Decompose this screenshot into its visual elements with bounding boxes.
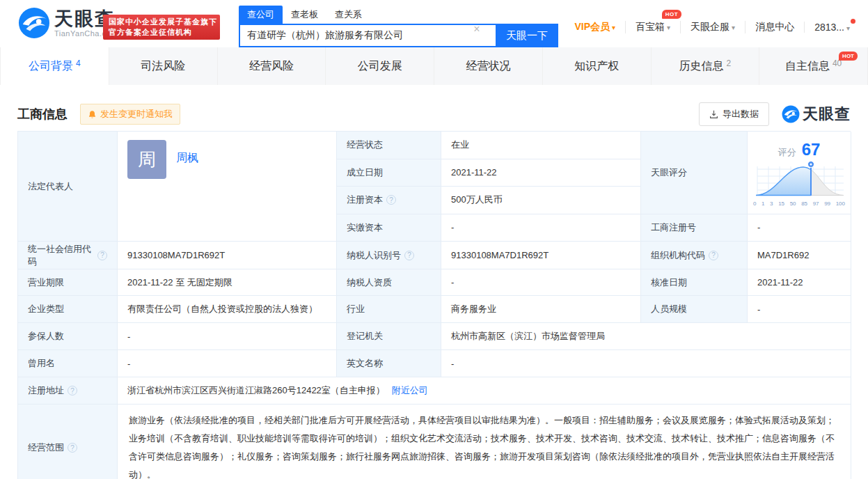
legal-rep-label: 法定代表人 xyxy=(18,132,118,242)
tianyan-score-cell[interactable]: 评分 67 0 xyxy=(748,132,851,214)
reg-number-value: - xyxy=(748,214,851,242)
search-input[interactable] xyxy=(239,24,496,47)
chevron-down-icon: ▾ xyxy=(667,24,670,31)
business-info-table: 法定代表人 周 周枫 经营状态 在业 天眼评分 评分 67 xyxy=(17,131,851,479)
top-menu: VIP会员▾ HOT百宝箱▾ 天眼企服▾ 消息中心 2813...▾ xyxy=(565,21,860,33)
legal-rep-name-link[interactable]: 周枫 xyxy=(176,151,198,166)
tab-company-development[interactable]: 公司发展 xyxy=(326,47,434,85)
top-bar: 天眼查 TianYanCha.com 国家中小企业发展子基金旗下 官方备案企业征… xyxy=(0,0,868,47)
taxpayer-qualification-label: 纳税人资质 xyxy=(337,269,441,296)
tab-operating-status[interactable]: 经营状况 xyxy=(434,47,543,85)
nearby-companies-link[interactable]: 附近公司 xyxy=(392,384,428,397)
cert-badge-line1: 国家中小企业发展子基金旗下 xyxy=(109,17,214,27)
tab-intellectual-property[interactable]: 知识产权 xyxy=(543,47,652,85)
credit-code-value: 91330108MA7D1R692T xyxy=(118,242,337,269)
hot-badge: HOT xyxy=(662,10,681,19)
tab-company-background[interactable]: 公司背景4 xyxy=(0,47,109,85)
company-nav-tabs: 公司背景4 司法风险 经营风险 公司发展 经营状况 知识产权 历史信息2 HOT… xyxy=(0,47,868,85)
search-tab-boss[interactable]: 查老板 xyxy=(283,6,326,24)
business-term-label: 营业期限 xyxy=(18,269,118,296)
menu-messages[interactable]: 消息中心 xyxy=(745,21,804,33)
industry-label: 行业 xyxy=(337,296,441,323)
search-tabs: 查公司 查老板 查关系 xyxy=(239,6,559,24)
export-data-button[interactable]: 导出数据 xyxy=(699,102,769,126)
legal-rep-cell: 周 周枫 xyxy=(118,132,337,242)
search-area: 查公司 查老板 查关系 天眼一下 xyxy=(239,6,559,47)
business-scope-label: 经营范围? xyxy=(18,405,118,479)
menu-qifu[interactable]: 天眼企服▾ xyxy=(680,21,745,33)
registration-authority-label: 登记机关 xyxy=(337,323,441,350)
org-code-label: 组织机构代码? xyxy=(641,242,748,269)
score-bell-curve-chart xyxy=(752,159,846,200)
former-name-label: 曾用名 xyxy=(18,350,118,377)
address-label: 注册地址? xyxy=(18,377,118,405)
company-type-label: 企业类型 xyxy=(18,296,118,323)
org-code-value: MA7D1R692 xyxy=(748,242,851,269)
registered-capital-label: 注册资本? xyxy=(337,187,441,214)
logo-swirl-icon xyxy=(18,7,50,39)
help-icon[interactable]: ? xyxy=(386,195,396,205)
approval-date-value: 2021-11-22 xyxy=(748,269,851,296)
english-name-label: 英文名称 xyxy=(337,350,441,377)
cert-badge-line2: 官方备案企业征信机构 xyxy=(109,27,214,38)
score-prefix: 评分 xyxy=(778,146,796,159)
reg-number-label: 工商注册号 xyxy=(641,214,748,242)
bell-icon xyxy=(88,110,97,119)
help-icon[interactable]: ? xyxy=(68,386,77,395)
insured-count-label: 参保人数 xyxy=(18,323,118,350)
chevron-down-icon: ▾ xyxy=(846,24,850,32)
search-tab-relation[interactable]: 查关系 xyxy=(326,6,370,24)
tianyancha-company-page: 天眼查 TianYanCha.com 国家中小企业发展子基金旗下 官方备案企业征… xyxy=(0,0,868,479)
help-icon[interactable]: ? xyxy=(97,251,107,260)
legal-rep-avatar[interactable]: 周 xyxy=(127,140,166,179)
menu-vip[interactable]: VIP会员▾ xyxy=(565,21,625,33)
approval-date-label: 核准日期 xyxy=(641,269,748,296)
insured-count-value: - xyxy=(118,323,337,350)
tianyan-score-label: 天眼评分 xyxy=(641,132,748,214)
section-title: 工商信息 xyxy=(17,106,68,123)
watermark-text: 天眼查 xyxy=(803,104,851,125)
tab-history-info[interactable]: 历史信息2 xyxy=(652,47,760,85)
download-icon xyxy=(709,110,718,119)
search-clear-icon[interactable]: × xyxy=(471,23,483,36)
menu-toolbox[interactable]: HOT百宝箱▾ xyxy=(625,21,680,33)
company-type-value: 有限责任公司（自然人投资或控股的法人独资） xyxy=(118,296,337,323)
business-term-value: 2021-11-22 至 无固定期限 xyxy=(118,269,337,296)
staff-size-value: - xyxy=(748,296,851,323)
chevron-down-icon: ▾ xyxy=(612,24,615,31)
menu-user[interactable]: 2813...▾ xyxy=(804,22,860,33)
score-value: 67 xyxy=(802,140,821,159)
operating-status-value: 在业 xyxy=(441,132,641,159)
notify-on-change-button[interactable]: 发生变更时通知我 xyxy=(80,104,180,125)
hot-badge: HOT xyxy=(839,52,858,61)
establish-date-value: 2021-11-22 xyxy=(441,159,641,187)
english-name-value: - xyxy=(441,350,851,377)
taxpayer-id-value: 91330108MA7D1R692T xyxy=(441,242,641,269)
tab-self-info[interactable]: HOT自主信息40 xyxy=(759,47,868,85)
former-name-value: - xyxy=(118,350,337,377)
score-axis-ticks: 0131550859799100 xyxy=(753,201,845,207)
registration-authority-value: 杭州市高新区（滨江）市场监督管理局 xyxy=(441,323,851,350)
section-header: 工商信息 发生变更时通知我 导出数据 天眼查 xyxy=(17,102,851,127)
help-icon[interactable]: ? xyxy=(68,443,77,453)
notification-dot xyxy=(851,19,855,24)
staff-size-label: 人员规模 xyxy=(641,296,748,323)
address-value: 浙江省杭州市滨江区西兴街道江淑路260号12422室（自主申报） 附近公司 xyxy=(118,377,851,405)
search-button[interactable]: 天眼一下 xyxy=(496,24,558,47)
registered-capital-value: 500万人民币 xyxy=(441,187,641,214)
industry-value: 商务服务业 xyxy=(441,296,641,323)
business-scope-value: 旅游业务（依法须经批准的项目，经相关部门批准后方可开展经营活动，具体经营项目以审… xyxy=(118,405,851,479)
tab-operating-risk[interactable]: 经营风险 xyxy=(218,47,326,85)
chevron-down-icon: ▾ xyxy=(732,24,735,31)
establish-date-label: 成立日期 xyxy=(337,159,441,187)
help-icon[interactable]: ? xyxy=(404,251,414,260)
official-cert-badge: 国家中小企业发展子基金旗下 官方备案企业征信机构 xyxy=(103,15,220,40)
credit-code-label: 统一社会信用代码? xyxy=(18,242,118,269)
tab-judicial-risk[interactable]: 司法风险 xyxy=(109,47,218,85)
search-tab-company[interactable]: 查公司 xyxy=(239,6,283,24)
tianyancha-watermark: 天眼查 xyxy=(782,104,851,125)
logo-swirl-icon xyxy=(782,105,800,123)
help-icon[interactable]: ? xyxy=(709,251,718,260)
operating-status-label: 经营状态 xyxy=(337,132,441,159)
taxpayer-qualification-value: - xyxy=(441,269,641,296)
